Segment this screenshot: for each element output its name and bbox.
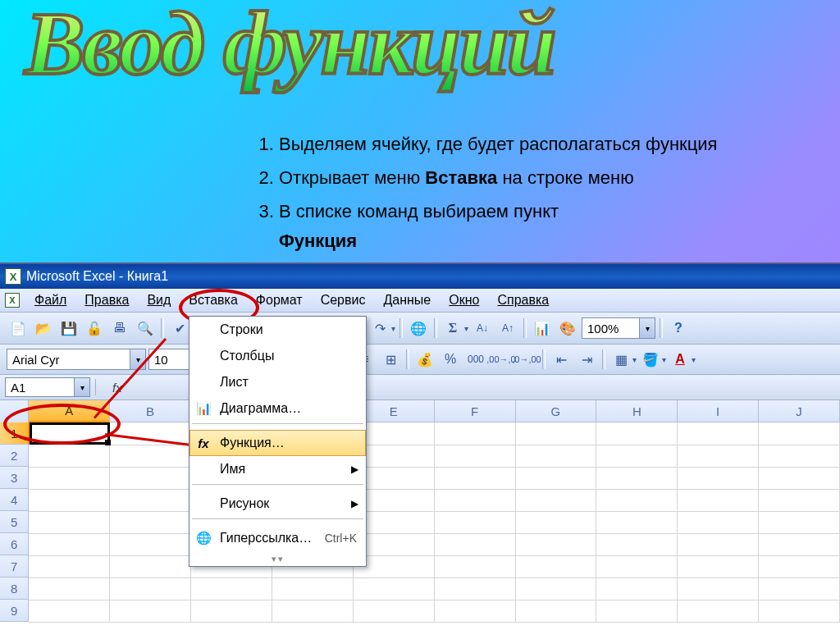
dec-indent-icon[interactable]: ⇤: [550, 348, 573, 371]
window-title: Microsoft Excel - Книга1: [26, 269, 168, 284]
row-head-1[interactable]: 1: [0, 422, 30, 445]
separator: [95, 379, 98, 395]
print-preview-icon[interactable]: 🔍: [134, 317, 157, 340]
steps-list: Выделяем ячейку, где будет располагаться…: [254, 130, 717, 260]
menu-item-chart[interactable]: 📊Диаграмма…: [189, 395, 366, 422]
titlebar: X Microsoft Excel - Книга1: [0, 264, 840, 289]
separator: [192, 423, 363, 428]
row-head-9[interactable]: 9: [0, 600, 29, 622]
percent-icon[interactable]: %: [439, 348, 462, 371]
inc-indent-icon[interactable]: ⇥: [575, 348, 598, 371]
row-head-4[interactable]: 4: [0, 489, 29, 511]
chart-icon: 📊: [195, 400, 212, 417]
menu-window[interactable]: Окно: [441, 290, 487, 310]
separator: [434, 318, 437, 338]
standard-toolbar: 📄 📂 💾 🔓 🖶 🔍 ✔ 📚 ✂ 📋 📋 🖌 ↶▾ ↷▾ 🌐 Σ▾ A↓ A↑: [0, 313, 840, 345]
fx-button[interactable]: fx: [112, 381, 122, 395]
menu-item-function[interactable]: fxФункция…: [189, 430, 366, 456]
comma-icon[interactable]: 000: [464, 348, 487, 371]
step-3: В списке команд выбираем пункт Функция: [279, 197, 717, 254]
merge-icon[interactable]: ⊞: [379, 348, 402, 371]
separator: [660, 318, 663, 338]
new-icon[interactable]: 📄: [7, 317, 30, 340]
menu-item-picture[interactable]: Рисунок▶: [189, 491, 366, 517]
col-head-F[interactable]: F: [435, 400, 516, 422]
fill-color-icon[interactable]: 🪣: [639, 348, 662, 371]
separator: [523, 318, 527, 338]
col-head-J[interactable]: J: [759, 400, 840, 422]
menubar[interactable]: X Файл Правка Вид Вставка Формат Сервис …: [0, 289, 840, 313]
inc-decimal-icon[interactable]: ,00→,0: [490, 348, 513, 371]
menu-item-cols[interactable]: Столбцы: [189, 343, 366, 369]
worksheet-grid[interactable]: A B C D E F G H I J 1 2 3 4 5 6 7 8 9: [0, 400, 840, 630]
row-head-5[interactable]: 5: [0, 511, 29, 533]
zoom-box[interactable]: 100%▾: [582, 317, 655, 339]
submenu-arrow-icon: ▶: [351, 463, 358, 475]
menu-item-name[interactable]: Имя▶: [189, 456, 366, 482]
excel-window: X Microsoft Excel - Книга1 X Файл Правка…: [0, 262, 840, 630]
print-icon[interactable]: 🖶: [108, 317, 131, 340]
autosum-icon[interactable]: Σ: [441, 317, 464, 340]
menu-item-hyperlink[interactable]: 🌐Гиперссылка…Ctrl+K: [189, 525, 366, 551]
separator: [192, 484, 363, 489]
menu-view[interactable]: Вид: [139, 290, 179, 310]
separator: [406, 349, 409, 369]
name-box[interactable]: A1▾: [5, 377, 90, 397]
font-name-box[interactable]: Arial Cyr▾: [7, 349, 146, 370]
hyperlink-icon: 🌐: [195, 530, 212, 546]
font-color-icon[interactable]: A: [669, 348, 692, 371]
insert-dropdown-menu[interactable]: Строки Столбцы Лист 📊Диаграмма… fxФункци…: [189, 316, 367, 567]
drawing-icon[interactable]: 🎨: [556, 317, 579, 340]
separator: [192, 518, 363, 523]
step-2: Открывает меню Вставка на строке меню: [279, 163, 717, 192]
permission-icon[interactable]: 🔓: [83, 317, 106, 340]
col-head-H[interactable]: H: [596, 400, 678, 422]
sort-asc-icon[interactable]: A↓: [471, 317, 494, 340]
menu-file[interactable]: Файл: [26, 290, 75, 310]
menu-data[interactable]: Данные: [375, 290, 439, 310]
wordart-title: Ввод функций: [25, 0, 555, 96]
spelling-icon[interactable]: ✔: [168, 317, 191, 340]
open-icon[interactable]: 📂: [32, 317, 55, 340]
excel-icon: X: [5, 268, 21, 285]
row-head-2[interactable]: 2: [0, 445, 29, 467]
menu-format[interactable]: Формат: [248, 290, 311, 310]
submenu-arrow-icon: ▶: [351, 498, 358, 509]
separator: [602, 349, 605, 369]
col-head-B[interactable]: B: [110, 400, 191, 422]
menu-help[interactable]: Справка: [489, 290, 557, 310]
dec-decimal-icon[interactable]: ,0→,00: [515, 348, 538, 371]
menu-tools[interactable]: Сервис: [313, 290, 374, 310]
separator: [161, 318, 164, 338]
help-icon[interactable]: ?: [667, 317, 690, 340]
save-icon[interactable]: 💾: [57, 317, 80, 340]
borders-icon[interactable]: ▦: [609, 348, 632, 371]
row-head-8[interactable]: 8: [0, 578, 29, 600]
row-head-7[interactable]: 7: [0, 555, 29, 578]
col-head-I[interactable]: I: [678, 400, 759, 422]
fx-icon: fx: [195, 435, 212, 451]
formula-bar: A1▾ fx: [0, 375, 840, 400]
menu-insert[interactable]: Вставка: [180, 290, 245, 310]
hyperlink-icon[interactable]: 🌐: [407, 317, 430, 340]
sort-desc-icon[interactable]: A↑: [496, 317, 519, 340]
row-head-3[interactable]: 3: [0, 467, 29, 489]
separator: [399, 318, 403, 338]
row-head-6[interactable]: 6: [0, 533, 29, 555]
menu-item-sheet[interactable]: Лист: [189, 369, 366, 395]
col-head-A[interactable]: A: [29, 400, 110, 422]
select-all-corner[interactable]: [0, 400, 29, 423]
redo-icon[interactable]: ↷: [368, 317, 391, 340]
separator: [542, 349, 546, 369]
cell-A1[interactable]: [30, 422, 110, 445]
menu-item-rows[interactable]: Строки: [189, 317, 366, 343]
menu-edit[interactable]: Правка: [76, 290, 137, 310]
excel-workbook-icon: X: [5, 293, 20, 308]
step-1: Выделяем ячейку, где будет располагаться…: [279, 130, 717, 158]
currency-icon[interactable]: 💰: [413, 348, 436, 371]
col-head-G[interactable]: G: [516, 400, 597, 422]
menu-expand-icon[interactable]: ▾▾: [189, 551, 366, 566]
format-toolbar: Arial Cyr▾ 10▾ Ж К Ч ≡ ≡ ≡ ⊞ 💰 % 000 ,00…: [0, 345, 840, 375]
chart-wizard-icon[interactable]: 📊: [531, 317, 554, 340]
